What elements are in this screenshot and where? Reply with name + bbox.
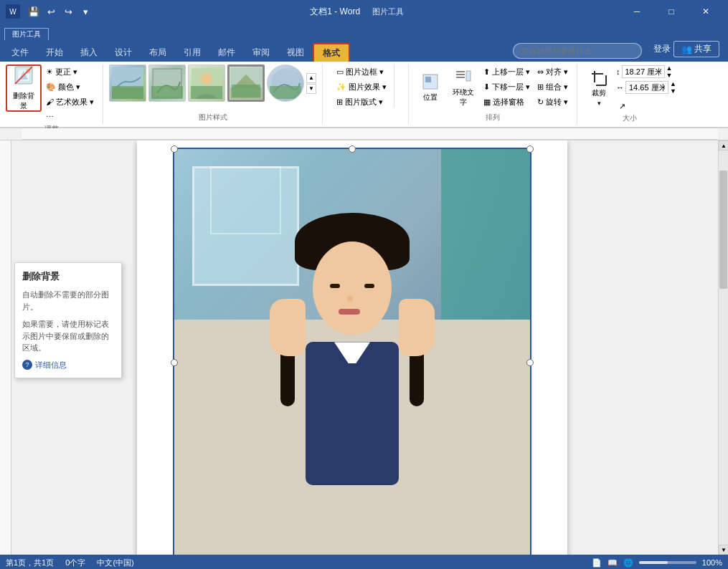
align-button[interactable]: ⇔ 对齐 ▾ (534, 64, 571, 79)
svg-rect-10 (230, 87, 262, 99)
tab-layout[interactable]: 布局 (141, 43, 175, 62)
wrap-text-button[interactable]: 环绕文字 (448, 64, 479, 112)
dropdown-icon: ▾ (382, 82, 387, 92)
bring-forward-button[interactable]: ⬆ 上移一层 ▾ (481, 64, 533, 79)
ribbon-content: 删除背景 ☀ 更正 ▾ 🎨 颜色 ▾ 🖌 (0, 62, 728, 128)
face (313, 242, 392, 335)
tab-design[interactable]: 设计 (106, 43, 141, 62)
pic-style-5[interactable] (267, 64, 304, 102)
size-input-group: ↕ ▲▼ ↔ ▲▼ ↗ (616, 64, 676, 113)
scroll-down-button[interactable]: ▼ (719, 545, 728, 555)
save-button[interactable]: 💾 (26, 4, 42, 19)
dropdown-icon: ▾ (379, 67, 384, 77)
tab-mailings[interactable]: 邮件 (209, 43, 244, 62)
tab-insert[interactable]: 插入 (72, 43, 106, 62)
tab-start[interactable]: 开始 (37, 43, 72, 62)
height-input[interactable] (622, 65, 665, 78)
zoom-slider[interactable] (639, 561, 696, 564)
width-spin-up[interactable]: ▲▼ (670, 80, 676, 95)
adjust-more-button[interactable]: ⋯ (43, 110, 97, 124)
view-web-icon[interactable]: 🌐 (623, 558, 633, 568)
dropdown-icon: ▾ (76, 82, 80, 92)
maximize-button[interactable]: □ (655, 0, 688, 23)
tab-format[interactable]: 格式 (313, 43, 350, 62)
picture-layout-button[interactable]: ⊞ 图片版式 ▾ (334, 95, 389, 109)
view-normal-icon[interactable]: 📄 (592, 558, 602, 568)
selection-pane-button[interactable]: ▦ 选择窗格 (481, 95, 533, 109)
handle-top-left[interactable] (171, 145, 178, 153)
ruler-vertical (0, 140, 11, 555)
handle-middle-left[interactable] (171, 359, 178, 366)
tab-file[interactable]: 文件 (3, 43, 37, 62)
picture-border-button[interactable]: ▭ 图片边框 ▾ (334, 64, 389, 79)
image-container[interactable] (173, 148, 531, 555)
qat-dropdown[interactable]: ▾ (77, 4, 93, 19)
send-backward-button[interactable]: ⬇ 下移一层 ▾ (481, 80, 533, 94)
redo-button[interactable]: ↪ (60, 4, 76, 19)
minimize-button[interactable]: ─ (620, 0, 653, 23)
wrap-icon (455, 69, 471, 86)
color-button[interactable]: 🎨 颜色 ▾ (43, 80, 97, 94)
svg-point-8 (201, 73, 212, 85)
size-content: 裁剪 ▾ ↕ ▲▼ ↔ ▲ (583, 64, 676, 113)
svg-rect-5 (112, 87, 143, 99)
title-bar-left: W 💾 ↩ ↪ ▾ (6, 4, 93, 19)
width-input[interactable] (625, 81, 668, 94)
pic-style-4[interactable] (227, 64, 265, 102)
art-effects-button[interactable]: 🖌 艺术效果 ▾ (43, 95, 97, 109)
height-spin-up[interactable]: ▲▼ (666, 64, 673, 79)
dropdown-icon: ▾ (564, 97, 568, 107)
scroll-thumb[interactable] (719, 171, 727, 289)
left-hand (270, 299, 306, 356)
rotate-icon: ↻ (537, 97, 544, 107)
position-button[interactable]: 位置 (415, 64, 446, 112)
scroll-up-button[interactable]: ▲ (306, 73, 316, 83)
pic-style-1[interactable] (109, 64, 146, 102)
tooltip-desc2: 如果需要，请使用标记表示图片中要保留或删除的区域。 (22, 318, 114, 354)
handle-top-middle[interactable] (349, 145, 356, 153)
scroll-track[interactable] (719, 150, 728, 545)
svg-rect-6 (153, 69, 181, 97)
size-more-button[interactable]: ↗ (616, 99, 676, 113)
ruler-horizontal (22, 128, 718, 140)
tooltip-link[interactable]: ? 详细信息 (22, 360, 114, 370)
height-row: ↕ ▲▼ (616, 64, 676, 79)
page-content (137, 140, 567, 555)
share-icon: 👥 (681, 44, 692, 54)
group-button[interactable]: ⊞ 组合 ▾ (534, 80, 571, 94)
ruler-row (0, 128, 728, 140)
group-size: 裁剪 ▾ ↕ ▲▼ ↔ ▲ (577, 64, 682, 124)
scroll-up-button[interactable]: ▲ (719, 140, 728, 150)
tab-references[interactable]: 引用 (175, 43, 209, 62)
selection-icon: ▦ (483, 97, 491, 107)
crop-button[interactable]: 裁剪 ▾ (583, 64, 615, 112)
handle-top-right[interactable] (526, 145, 534, 153)
svg-rect-14 (456, 71, 465, 72)
scroll-down-button[interactable]: ▼ (306, 84, 316, 94)
share-button[interactable]: 👥 共享 (673, 41, 719, 57)
tab-view[interactable]: 视图 (278, 43, 313, 62)
sun-icon: ☀ (46, 67, 53, 77)
page-wrapper (137, 140, 567, 555)
handle-middle-right[interactable] (526, 359, 534, 366)
picture-style-gallery: ▲ ▼ (109, 64, 316, 102)
width-row: ↔ ▲▼ (616, 80, 676, 95)
document-page[interactable]: 删除背景 自动删除不需要的部分图片。 如果需要，请使用标记表示图片中要保留或删除… (11, 140, 718, 555)
pic-style-2[interactable] (148, 64, 186, 102)
tab-review[interactable]: 审阅 (244, 43, 278, 62)
position-icon (422, 74, 438, 91)
corrections-button[interactable]: ☀ 更正 ▾ (43, 64, 97, 79)
tools-label: 图片工具 (4, 28, 49, 40)
view-read-icon[interactable]: 📖 (608, 558, 618, 568)
scrollbar-vertical[interactable]: ▲ ▼ (718, 140, 728, 555)
dropdown-icon: ▾ (564, 82, 568, 92)
pic-style-3[interactable] (188, 64, 225, 102)
rotate-button[interactable]: ↻ 旋转 ▾ (534, 95, 571, 109)
remove-background-button[interactable]: 删除背景 (6, 64, 42, 112)
search-input[interactable] (513, 43, 642, 59)
picture-effects-button[interactable]: ✨ 图片效果 ▾ (334, 80, 389, 94)
login-button[interactable]: 登录 (653, 43, 671, 55)
close-button[interactable]: ✕ (689, 0, 722, 23)
crop-dropdown: ▾ (597, 100, 601, 107)
undo-button[interactable]: ↩ (43, 4, 59, 19)
